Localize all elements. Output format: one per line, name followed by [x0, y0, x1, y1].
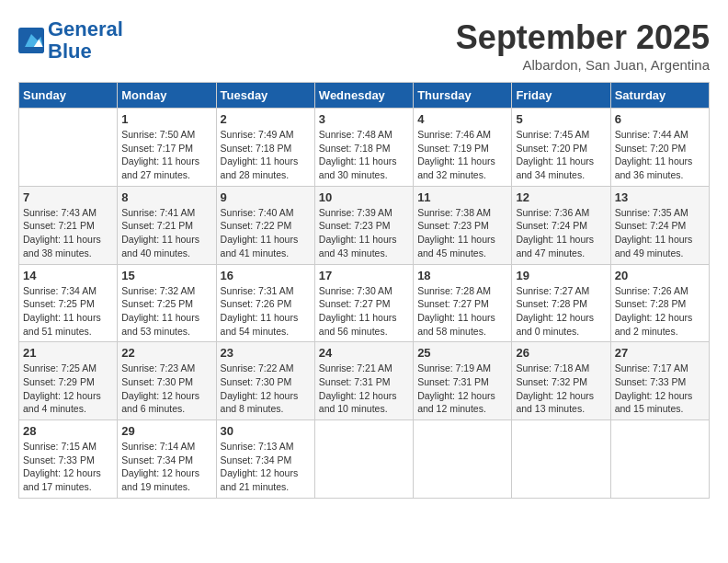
- calendar-cell: [512, 420, 610, 499]
- calendar-week-row: 28Sunrise: 7:15 AMSunset: 7:33 PMDayligh…: [19, 420, 710, 499]
- day-info: Sunrise: 7:34 AMSunset: 7:25 PMDaylight:…: [23, 284, 113, 339]
- day-number: 18: [417, 269, 507, 282]
- day-number: 3: [319, 112, 409, 126]
- weekday-header: Tuesday: [216, 83, 314, 109]
- calendar-cell: 15Sunrise: 7:32 AMSunset: 7:25 PMDayligh…: [118, 264, 216, 342]
- day-number: 22: [121, 346, 211, 360]
- weekday-header: Monday: [118, 83, 216, 109]
- calendar-cell: 6Sunrise: 7:44 AMSunset: 7:20 PMDaylight…: [610, 109, 709, 187]
- day-info: Sunrise: 7:26 AMSunset: 7:28 PMDaylight:…: [615, 284, 705, 339]
- calendar-cell: 29Sunrise: 7:14 AMSunset: 7:34 PMDayligh…: [118, 420, 216, 499]
- day-number: 19: [516, 269, 606, 282]
- logo-line1: General: [48, 17, 123, 40]
- day-number: 20: [615, 269, 705, 282]
- day-info: Sunrise: 7:30 AMSunset: 7:27 PMDaylight:…: [319, 284, 409, 339]
- day-number: 21: [23, 346, 113, 360]
- day-number: 2: [221, 112, 311, 126]
- calendar-cell: 25Sunrise: 7:19 AMSunset: 7:31 PMDayligh…: [414, 342, 512, 420]
- day-number: 7: [23, 190, 113, 204]
- page-header: General Blue September 2025 Albardon, Sa…: [18, 18, 710, 73]
- logo-icon: [18, 28, 44, 53]
- calendar-cell: [414, 420, 512, 499]
- location: Albardon, San Juan, Argentina: [456, 57, 710, 73]
- calendar-cell: 2Sunrise: 7:49 AMSunset: 7:18 PMDaylight…: [216, 109, 314, 187]
- day-info: Sunrise: 7:48 AMSunset: 7:18 PMDaylight:…: [319, 128, 409, 182]
- day-number: 12: [516, 190, 606, 204]
- day-number: 5: [516, 112, 606, 126]
- calendar-cell: 13Sunrise: 7:35 AMSunset: 7:24 PMDayligh…: [610, 186, 709, 264]
- day-info: Sunrise: 7:18 AMSunset: 7:32 PMDaylight:…: [516, 362, 606, 416]
- weekday-header-row: SundayMondayTuesdayWednesdayThursdayFrid…: [19, 83, 710, 109]
- logo-line2: Blue: [48, 40, 92, 63]
- day-number: 17: [319, 269, 409, 282]
- day-info: Sunrise: 7:28 AMSunset: 7:27 PMDaylight:…: [417, 284, 507, 339]
- day-number: 1: [121, 112, 211, 126]
- calendar-cell: 17Sunrise: 7:30 AMSunset: 7:27 PMDayligh…: [314, 264, 413, 342]
- calendar-cell: 20Sunrise: 7:26 AMSunset: 7:28 PMDayligh…: [610, 264, 709, 342]
- day-number: 11: [417, 190, 507, 204]
- day-info: Sunrise: 7:13 AMSunset: 7:34 PMDaylight:…: [221, 440, 311, 494]
- day-number: 23: [221, 346, 311, 360]
- calendar-cell: 26Sunrise: 7:18 AMSunset: 7:32 PMDayligh…: [512, 342, 610, 420]
- day-info: Sunrise: 7:19 AMSunset: 7:31 PMDaylight:…: [417, 362, 507, 416]
- calendar-cell: 5Sunrise: 7:45 AMSunset: 7:20 PMDaylight…: [512, 109, 610, 187]
- month-title: September 2025: [456, 18, 710, 57]
- logo: General Blue: [18, 18, 123, 63]
- day-info: Sunrise: 7:50 AMSunset: 7:17 PMDaylight:…: [121, 128, 211, 182]
- day-info: Sunrise: 7:32 AMSunset: 7:25 PMDaylight:…: [121, 284, 211, 339]
- weekday-header: Thursday: [414, 83, 512, 109]
- calendar-cell: 18Sunrise: 7:28 AMSunset: 7:27 PMDayligh…: [414, 264, 512, 342]
- day-number: 16: [221, 269, 311, 282]
- calendar-cell: 7Sunrise: 7:43 AMSunset: 7:21 PMDaylight…: [19, 186, 118, 264]
- day-number: 27: [615, 346, 705, 360]
- day-number: 24: [319, 346, 409, 360]
- calendar-cell: 9Sunrise: 7:40 AMSunset: 7:22 PMDaylight…: [216, 186, 314, 264]
- day-info: Sunrise: 7:35 AMSunset: 7:24 PMDaylight:…: [615, 206, 705, 260]
- day-number: 15: [121, 269, 211, 282]
- calendar-cell: 8Sunrise: 7:41 AMSunset: 7:21 PMDaylight…: [118, 186, 216, 264]
- weekday-header: Friday: [512, 83, 610, 109]
- calendar-cell: 28Sunrise: 7:15 AMSunset: 7:33 PMDayligh…: [19, 420, 118, 499]
- calendar-cell: 4Sunrise: 7:46 AMSunset: 7:19 PMDaylight…: [414, 109, 512, 187]
- day-number: 4: [417, 112, 507, 126]
- day-info: Sunrise: 7:22 AMSunset: 7:30 PMDaylight:…: [221, 362, 311, 416]
- weekday-header: Saturday: [610, 83, 709, 109]
- day-info: Sunrise: 7:40 AMSunset: 7:22 PMDaylight:…: [221, 206, 311, 260]
- day-info: Sunrise: 7:15 AMSunset: 7:33 PMDaylight:…: [23, 440, 113, 494]
- weekday-header: Wednesday: [314, 83, 413, 109]
- calendar-cell: 3Sunrise: 7:48 AMSunset: 7:18 PMDaylight…: [314, 109, 413, 187]
- day-number: 28: [23, 424, 113, 438]
- day-info: Sunrise: 7:46 AMSunset: 7:19 PMDaylight:…: [417, 128, 507, 182]
- day-number: 25: [417, 346, 507, 360]
- calendar-week-row: 7Sunrise: 7:43 AMSunset: 7:21 PMDaylight…: [19, 186, 710, 264]
- day-info: Sunrise: 7:49 AMSunset: 7:18 PMDaylight:…: [221, 128, 311, 182]
- day-info: Sunrise: 7:41 AMSunset: 7:21 PMDaylight:…: [121, 206, 211, 260]
- day-info: Sunrise: 7:14 AMSunset: 7:34 PMDaylight:…: [121, 440, 211, 494]
- calendar-cell: 27Sunrise: 7:17 AMSunset: 7:33 PMDayligh…: [610, 342, 709, 420]
- calendar-cell: [610, 420, 709, 499]
- day-info: Sunrise: 7:23 AMSunset: 7:30 PMDaylight:…: [121, 362, 211, 416]
- day-info: Sunrise: 7:27 AMSunset: 7:28 PMDaylight:…: [516, 284, 606, 339]
- day-info: Sunrise: 7:45 AMSunset: 7:20 PMDaylight:…: [516, 128, 606, 182]
- day-info: Sunrise: 7:25 AMSunset: 7:29 PMDaylight:…: [23, 362, 113, 416]
- day-info: Sunrise: 7:39 AMSunset: 7:23 PMDaylight:…: [319, 206, 409, 260]
- title-block: September 2025 Albardon, San Juan, Argen…: [456, 18, 710, 73]
- calendar-week-row: 14Sunrise: 7:34 AMSunset: 7:25 PMDayligh…: [19, 264, 710, 342]
- day-number: 29: [121, 424, 211, 438]
- day-number: 26: [516, 346, 606, 360]
- day-info: Sunrise: 7:21 AMSunset: 7:31 PMDaylight:…: [319, 362, 409, 416]
- logo-text: General Blue: [48, 18, 123, 63]
- calendar-cell: 16Sunrise: 7:31 AMSunset: 7:26 PMDayligh…: [216, 264, 314, 342]
- calendar-week-row: 21Sunrise: 7:25 AMSunset: 7:29 PMDayligh…: [19, 342, 710, 420]
- day-number: 14: [23, 269, 113, 282]
- calendar-cell: 19Sunrise: 7:27 AMSunset: 7:28 PMDayligh…: [512, 264, 610, 342]
- calendar-cell: [19, 109, 118, 187]
- day-info: Sunrise: 7:38 AMSunset: 7:23 PMDaylight:…: [417, 206, 507, 260]
- day-number: 30: [221, 424, 311, 438]
- day-info: Sunrise: 7:17 AMSunset: 7:33 PMDaylight:…: [615, 362, 705, 416]
- calendar-cell: 24Sunrise: 7:21 AMSunset: 7:31 PMDayligh…: [314, 342, 413, 420]
- day-number: 10: [319, 190, 409, 204]
- calendar-table: SundayMondayTuesdayWednesdayThursdayFrid…: [18, 82, 710, 499]
- calendar-cell: [314, 420, 413, 499]
- day-info: Sunrise: 7:36 AMSunset: 7:24 PMDaylight:…: [516, 206, 606, 260]
